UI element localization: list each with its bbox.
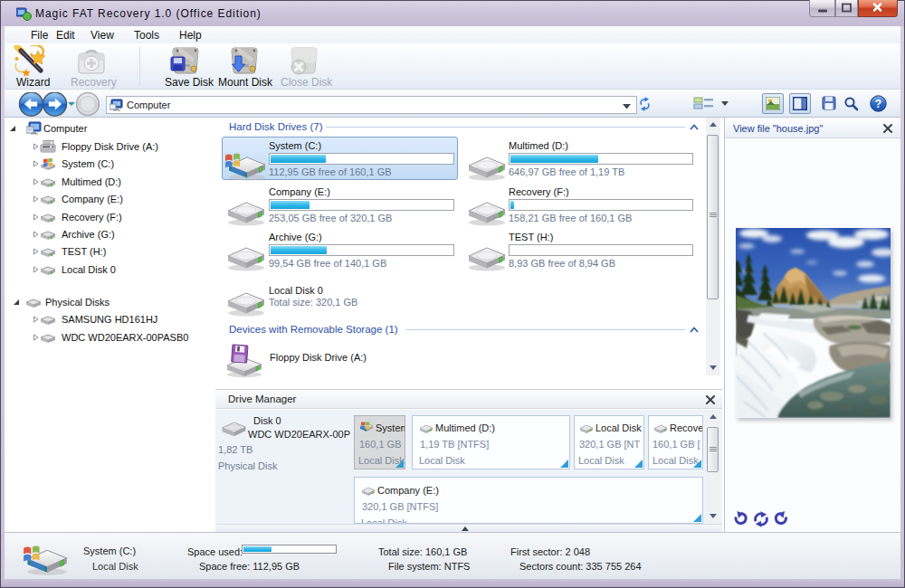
- svg-text:?: ?: [875, 98, 881, 110]
